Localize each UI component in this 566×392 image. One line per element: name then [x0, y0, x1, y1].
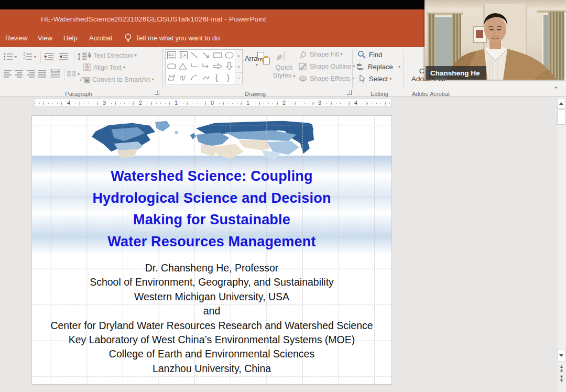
svg-text:ac: ac	[359, 67, 363, 71]
ruler-number: 2	[281, 100, 287, 106]
shape-right-brace-icon[interactable]: }	[226, 73, 232, 82]
menu-review[interactable]: Review	[5, 34, 28, 42]
align-text-button[interactable]: Align Text ▾	[83, 63, 125, 71]
previous-slide-button[interactable]: ▲▲	[558, 365, 565, 372]
gallery-more-icon[interactable]: ≡	[235, 73, 242, 84]
scrollbar-thumb[interactable]	[557, 109, 565, 125]
menu-view[interactable]: View	[38, 34, 52, 42]
shape-line-icon[interactable]	[190, 51, 199, 59]
align-left-icon	[4, 70, 12, 78]
shape-textbox-icon[interactable]: A	[167, 51, 176, 59]
shape-right-arrow-icon[interactable]	[213, 62, 222, 70]
shape-freeform-icon[interactable]	[167, 74, 176, 82]
increase-indent-button[interactable]	[59, 52, 69, 61]
shape-arrow-icon[interactable]	[202, 51, 210, 59]
shape-outline-button[interactable]: Shape Outline ▾	[299, 62, 355, 70]
subtitle-line: Lanzhou University, China	[35, 362, 388, 376]
paragraph-dialog-launcher-icon[interactable]	[155, 90, 159, 95]
shape-vertical-textbox-icon[interactable]: A	[179, 51, 188, 59]
align-text-icon	[83, 63, 91, 71]
svg-text:{: {	[215, 73, 218, 82]
next-slide-button[interactable]: ▼▼	[558, 375, 565, 383]
menu-help[interactable]: Help	[63, 34, 78, 42]
drawing-dialog-launcher-icon[interactable]	[347, 90, 352, 95]
group-divider	[162, 49, 163, 89]
scroll-up-button[interactable]	[557, 98, 565, 108]
shape-elbow-arrow-connector-icon[interactable]	[202, 62, 210, 70]
quick-styles-label-1: Quick	[271, 63, 297, 71]
shape-arc-icon[interactable]	[190, 74, 199, 82]
justify-button[interactable]	[38, 70, 47, 78]
convert-smartart-button[interactable]: Convert to SmartArt ▾	[80, 75, 154, 83]
align-center-icon	[15, 70, 24, 78]
arrange-button[interactable]: Arrange ▾	[243, 51, 270, 67]
shape-fill-icon	[299, 50, 307, 58]
shape-outline-icon	[299, 62, 307, 70]
shape-curve-icon[interactable]	[202, 74, 210, 82]
paragraph-group-label: Paragraph	[58, 91, 100, 97]
replace-button[interactable]: ab ac Replace ▾	[356, 62, 400, 71]
collapse-ribbon-button[interactable]: ⌃	[549, 85, 563, 96]
world-map-graphic	[88, 118, 315, 162]
title-line: Water Resources Management	[37, 231, 386, 253]
align-right-icon	[27, 70, 35, 78]
gallery-scroll-up-icon[interactable]: ▴	[235, 50, 242, 61]
tell-me-box[interactable]: Tell me what you want to do	[124, 32, 220, 43]
decrease-indent-button[interactable]	[44, 52, 54, 61]
menu-acrobat[interactable]: Acrobat	[89, 34, 113, 42]
gallery-scroll-down-icon[interactable]: ▾	[235, 61, 242, 73]
drawing-group-label: Drawing	[234, 91, 276, 97]
group-divider	[352, 49, 353, 89]
shape-fill-button[interactable]: Shape Fill ▾	[299, 50, 343, 58]
shape-triangle-icon[interactable]	[179, 62, 187, 70]
quick-styles-button[interactable]: Quick Styles▾	[271, 51, 297, 79]
increase-indent-icon	[59, 52, 69, 61]
chevron-down-icon: ▾	[341, 52, 343, 57]
shape-scribble-icon[interactable]	[179, 74, 187, 82]
ruler-number: 3	[317, 100, 323, 106]
select-button[interactable]: Select ▾	[358, 74, 391, 83]
justify-icon	[38, 70, 47, 78]
text-direction-label: Text Direction	[93, 52, 133, 59]
numbering-button[interactable]: ▾	[23, 52, 36, 61]
ruler-number: 3	[101, 100, 107, 106]
replace-label: Replace	[368, 63, 393, 71]
scroll-down-button[interactable]	[557, 349, 565, 362]
vertical-scrollbar[interactable]	[557, 97, 566, 392]
svg-text:A: A	[168, 52, 171, 57]
participant-video-tile[interactable]: Chansheng He	[424, 0, 566, 80]
text-direction-button[interactable]: A Text Direction ▾	[83, 51, 137, 59]
scroll-down-icon	[559, 354, 563, 357]
ruler-number: 1	[173, 100, 179, 106]
numbering-icon	[23, 52, 32, 61]
chevron-down-icon: ▾	[389, 77, 391, 81]
align-center-button[interactable]	[15, 70, 24, 78]
shape-left-brace-icon[interactable]: {	[215, 73, 220, 82]
ruler-number: 4	[353, 100, 359, 106]
align-left-button[interactable]	[4, 70, 12, 78]
shape-rounded-rectangle-icon[interactable]	[167, 62, 176, 70]
align-right-button[interactable]	[27, 70, 35, 78]
distribute-text-button[interactable]	[50, 69, 60, 78]
select-icon	[358, 74, 366, 83]
quick-styles-label-2: Styles▾	[271, 71, 297, 79]
slide-title-textbox[interactable]: Watershed Science: Coupling Hydrological…	[37, 166, 386, 253]
find-button[interactable]: Find	[357, 50, 382, 59]
slide-subtitle-textbox[interactable]: Dr. Chansheng He, Professor School of En…	[35, 261, 388, 376]
shape-elbow-connector-icon[interactable]	[190, 62, 199, 70]
window-title: HE-WatershedScience20231026GEOSUSTalk102…	[41, 15, 266, 23]
shape-oval-icon[interactable]	[225, 51, 234, 59]
columns-button[interactable]: ▾	[67, 70, 80, 78]
ruler-number: 1	[245, 100, 251, 106]
double-down-icon: ▼▼	[559, 374, 564, 383]
shape-effects-button[interactable]: Shape Effects ▾	[299, 74, 354, 82]
chevron-down-icon: ▾	[398, 64, 400, 69]
shape-down-arrow-icon[interactable]	[225, 62, 233, 70]
divider	[64, 69, 64, 81]
shape-rectangle-icon[interactable]	[213, 51, 222, 59]
svg-text:A: A	[88, 52, 91, 58]
bullets-button[interactable]: ▾	[4, 52, 17, 61]
lightbulb-icon	[124, 32, 132, 43]
replace-icon: ab ac	[356, 62, 366, 71]
slide-canvas[interactable]: Watershed Science: Coupling Hydrological…	[32, 116, 391, 384]
